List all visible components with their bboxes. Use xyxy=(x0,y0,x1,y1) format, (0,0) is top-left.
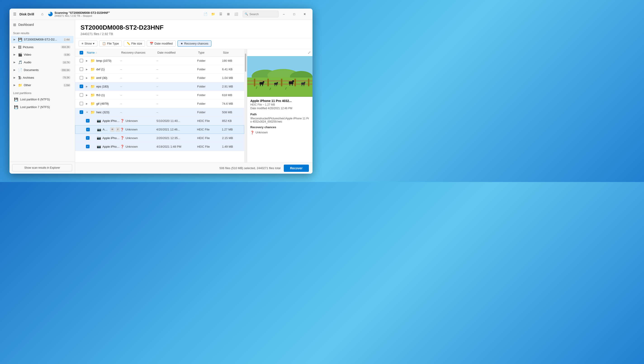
recovery-value: Unknown xyxy=(126,145,138,148)
row-checkbox[interactable] xyxy=(80,84,83,88)
table-row[interactable]: ▶ 📁 dxf (1) – – Folder 6.41 KB xyxy=(75,65,244,74)
partition-item-6[interactable]: 💾 Lost partition 6 (NTFS) xyxy=(11,96,74,103)
table-row[interactable]: ▶ 📷 Apple iPhone 11... ❓ Unknown 4/19/20… xyxy=(75,142,244,151)
list-view-button[interactable]: ☰ xyxy=(217,11,224,18)
folder-button[interactable]: 📁 xyxy=(210,11,216,18)
table-header: Name ↓ Recovery chances Date modified Ty… xyxy=(75,49,244,56)
table-row[interactable]: ▶ 📁 emf (30) – – Folder 1.04 MB xyxy=(75,74,244,82)
open-external-icon[interactable]: ⤢ xyxy=(308,50,311,55)
sidebar-item-documents[interactable]: ▶ 📄 Documents 390.9K xyxy=(11,66,74,74)
row-checkbox[interactable] xyxy=(80,110,83,114)
row-checkbox[interactable] xyxy=(86,145,90,148)
svg-rect-19 xyxy=(276,84,277,86)
scroll-thumb[interactable] xyxy=(245,54,246,72)
expand-arrow[interactable]: ▶ xyxy=(86,85,89,88)
recover-button[interactable]: Recover xyxy=(284,164,309,172)
type-cell: HEIC File xyxy=(197,119,222,122)
content-area: ST2000DM008-ST2-D23HNF 2440271 files / 2… xyxy=(75,20,312,174)
row-checkbox[interactable] xyxy=(80,59,83,62)
table-row[interactable]: ▶ 📁 bmp (1073) – – Folder 190 MB xyxy=(75,56,244,65)
sidebar-item-audio[interactable]: ▶ 🎵 Audio 16.7K xyxy=(11,59,74,66)
recovery-cell: – xyxy=(120,76,156,80)
expand-arrow[interactable]: ▶ xyxy=(86,94,89,96)
close-button[interactable]: ✕ xyxy=(300,8,310,20)
preview-recovery-label: Recovery chances xyxy=(247,123,312,130)
folder-icon: 📁 xyxy=(90,93,95,97)
table-scrollbar[interactable] xyxy=(244,49,247,162)
sidebar-count-other: 1.5M xyxy=(63,84,71,87)
table-row[interactable]: ▼ 📁 heic (323) – – Folder 508 MB xyxy=(75,108,244,117)
file-name: Apple iPhone 11... xyxy=(102,136,120,140)
sidebar-item-st2000[interactable]: ▶ 💾 ST2000DM008-ST2-D2... 2.4M xyxy=(11,36,74,43)
th-recovery[interactable]: Recovery chances xyxy=(120,50,156,55)
select-all-checkbox[interactable] xyxy=(80,51,83,54)
show-filter-button[interactable]: ≡ Show ▾ xyxy=(79,40,98,46)
table-row[interactable]: ▶ 📷 Apple iPh... 👁 # ❓ Unknown xyxy=(75,125,244,134)
filter-bar: ≡ Show ▾ 📋 File Type 📏 File size 📅 Date … xyxy=(75,38,312,49)
recovery-chances-filter-button[interactable]: ★ Recovery chances xyxy=(178,40,212,46)
row-checkbox[interactable] xyxy=(80,102,83,105)
sidebar-label-audio: Audio xyxy=(24,60,60,64)
hash-badge[interactable]: # xyxy=(116,127,120,132)
expand-icon-archives: ▶ xyxy=(14,76,17,79)
file-name: Apple iPhone 11... xyxy=(102,119,120,122)
sidebar-item-dashboard[interactable]: ⊞ Dashboard xyxy=(10,20,75,30)
file-table-area[interactable]: Name ↓ Recovery chances Date modified Ty… xyxy=(75,49,244,162)
expand-icon-audio: ▶ xyxy=(14,61,17,64)
th-type[interactable]: Type xyxy=(197,50,222,55)
th-size[interactable]: Size xyxy=(222,50,242,55)
folder-icon: 📁 xyxy=(90,84,95,89)
sidebar-item-archives[interactable]: ▶ 🗜 Archives 79.3K xyxy=(11,74,74,81)
sidebar-item-other[interactable]: ▶ 📁 Other 1.5M xyxy=(11,82,74,89)
search-input[interactable] xyxy=(250,12,276,16)
table-row[interactable]: ▶ 📁 eps (183) – – Folder 2.91 MB xyxy=(75,82,244,91)
sidebar-count-audio: 16.7K xyxy=(62,61,71,64)
maximize-button[interactable]: □ xyxy=(289,8,300,20)
file-size-filter-button[interactable]: 📏 File size xyxy=(124,40,145,46)
pane-view-button[interactable]: ⬜ xyxy=(233,11,240,18)
expand-arrow[interactable]: ▶ xyxy=(86,60,89,62)
hamburger-icon[interactable]: ☰ xyxy=(12,11,17,17)
th-name[interactable]: Name ↓ xyxy=(86,50,120,55)
preview-title: Apple iPhone 11 Pro 4032... xyxy=(247,97,312,103)
expand-arrow[interactable]: ▶ xyxy=(86,68,89,70)
scan-results-header: Scan results xyxy=(10,30,75,36)
date-modified-filter-button[interactable]: 📅 Date modified xyxy=(147,40,176,46)
row-checkbox[interactable] xyxy=(80,76,83,80)
type-cell: HEIC File xyxy=(197,145,222,148)
expand-arrow[interactable]: ▶ xyxy=(86,77,89,79)
row-checkbox[interactable] xyxy=(86,128,90,131)
table-row[interactable]: ▶ 📷 Apple iPhone 11... ❓ Unknown 5/10/20… xyxy=(75,117,244,125)
file-type-filter-button[interactable]: 📋 File Type xyxy=(99,40,122,46)
table-row[interactable]: ▶ 📷 Apple iPhone 11... ❓ Unknown 2/20/20… xyxy=(75,134,244,142)
date-cell: 2/20/2021 12:35... xyxy=(156,136,197,140)
size-cell: 2.91 MB xyxy=(222,85,242,88)
sidebar-item-video[interactable]: ▶ 🎬 Video 9.8K xyxy=(11,51,74,58)
table-row[interactable]: ▶ 📁 gif (4979) – – Folder 74.6 MB xyxy=(75,100,244,108)
grid-view-button[interactable]: ⊞ xyxy=(225,11,232,18)
row-checkbox[interactable] xyxy=(86,119,90,122)
home-button[interactable]: ⌂ xyxy=(39,10,46,18)
expand-arrow[interactable]: ▶ xyxy=(86,102,89,105)
sidebar-label-other: Other xyxy=(24,84,62,87)
row-checkbox[interactable] xyxy=(80,67,83,71)
table-row[interactable]: ▶ 📁 fh3 (1) – – Folder 618 MB xyxy=(75,91,244,100)
new-doc-button[interactable]: 📄 xyxy=(202,11,209,18)
show-in-explorer-button[interactable]: Show scan results in Explorer xyxy=(12,164,72,171)
preview-badge[interactable]: 👁 xyxy=(110,127,115,132)
show-arrow-icon: ▾ xyxy=(93,42,94,45)
type-cell: Folder xyxy=(197,59,222,62)
minimize-button[interactable]: – xyxy=(278,8,289,20)
sidebar-item-pictures[interactable]: ▶ 🖼 Pictures 404.3K xyxy=(11,44,74,51)
row-checkbox[interactable] xyxy=(80,93,83,97)
search-box[interactable]: 🔍 xyxy=(243,11,278,18)
expand-arrow[interactable]: ▼ xyxy=(86,111,89,114)
th-date[interactable]: Date modified xyxy=(156,50,197,55)
filesize-label: File size xyxy=(132,42,142,45)
size-cell: 508 MB xyxy=(222,110,242,114)
size-cell: 6.41 KB xyxy=(222,68,242,71)
partition-item-7[interactable]: 💾 Lost partition 7 (NTFS) xyxy=(11,104,74,111)
scan-title: Scanning "ST2000DM008-ST2-D23HNF" xyxy=(54,11,110,14)
type-cell: Folder xyxy=(197,110,222,114)
row-checkbox[interactable] xyxy=(86,136,90,140)
